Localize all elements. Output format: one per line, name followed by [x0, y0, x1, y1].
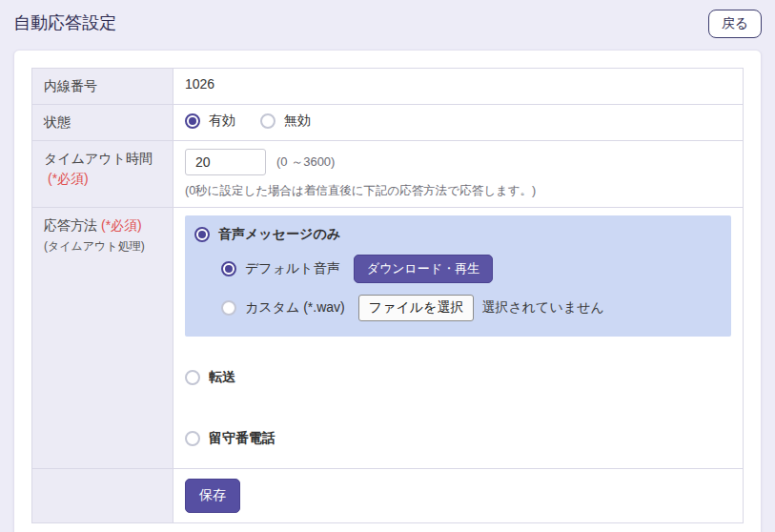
response-label: 応答方法(*必須) (タイムアウト処理)	[32, 208, 173, 469]
row-save: 保存	[32, 469, 744, 523]
response-required-mark: (*必須)	[101, 217, 142, 233]
download-play-button[interactable]: ダウンロード・再生	[354, 255, 494, 283]
settings-card: 内線番号 1026 状態 有効 無効	[13, 50, 762, 532]
status-disabled-label[interactable]: 無効	[284, 113, 311, 130]
timeout-input[interactable]	[185, 149, 266, 175]
timeout-required-mark: (*必須)	[48, 171, 89, 186]
save-row-empty-label	[32, 469, 173, 523]
radio-default-voice-icon[interactable]	[221, 261, 236, 276]
page-header: 自動応答設定 戻る	[13, 10, 762, 38]
default-voice-label[interactable]: デフォルト音声	[245, 260, 340, 277]
radio-disabled-icon[interactable]	[260, 113, 275, 129]
radio-transfer-icon[interactable]	[185, 370, 200, 385]
option-voice-only[interactable]: 音声メッセージのみ	[194, 226, 716, 243]
voice-only-label[interactable]: 音声メッセージのみ	[218, 226, 340, 243]
response-sublabel: (タイムアウト処理)	[44, 237, 161, 255]
save-button[interactable]: 保存	[185, 479, 240, 513]
file-status-text: 選択されていません	[481, 299, 603, 317]
voicemail-label[interactable]: 留守番電話	[209, 430, 275, 447]
custom-file-control: ファイルを選択 選択されていません	[358, 295, 604, 321]
row-extension: 内線番号 1026	[32, 69, 744, 105]
radio-voice-only-icon[interactable]	[194, 227, 210, 242]
status-enabled-label[interactable]: 有効	[209, 113, 235, 130]
option-default-voice[interactable]: デフォルト音声 ダウンロード・再生	[221, 255, 716, 283]
option-voicemail[interactable]: 留守番電話	[185, 430, 731, 447]
radio-voicemail-icon[interactable]	[185, 431, 200, 446]
status-option-enabled[interactable]: 有効	[185, 113, 235, 130]
response-label-text: 応答方法	[44, 217, 97, 233]
timeout-label-text: タイムアウト時間	[44, 151, 153, 166]
settings-table: 内線番号 1026 状態 有効 無効	[31, 68, 744, 523]
option-custom-audio[interactable]: カスタム (*.wav) ファイルを選択 選択されていません	[221, 295, 716, 321]
status-option-disabled[interactable]: 無効	[260, 113, 311, 130]
status-radio-group: 有効 無効	[185, 113, 731, 130]
file-select-button[interactable]: ファイルを選択	[358, 295, 475, 321]
timeout-range-hint: (0 ～3600)	[276, 153, 335, 171]
row-status: 状態 有効 無効	[32, 105, 744, 141]
option-transfer[interactable]: 転送	[185, 369, 731, 386]
transfer-label[interactable]: 転送	[209, 369, 235, 386]
back-button[interactable]: 戻る	[708, 10, 762, 38]
row-response-method: 応答方法(*必須) (タイムアウト処理) 音声メッセージのみ デフォルト音声 ダ…	[32, 208, 744, 469]
radio-enabled-icon[interactable]	[185, 113, 200, 129]
page-title: 自動応答設定	[13, 10, 116, 34]
radio-custom-icon[interactable]	[221, 300, 236, 316]
extension-value: 1026	[173, 69, 744, 105]
custom-audio-label[interactable]: カスタム (*.wav)	[245, 299, 345, 317]
voice-message-panel: 音声メッセージのみ デフォルト音声 ダウンロード・再生 カスタム (*.wav)…	[185, 215, 731, 337]
status-label: 状態	[32, 105, 173, 141]
row-timeout: タイムアウト時間(*必須) (0 ～3600) (0秒に設定した場合は着信直後に…	[32, 141, 744, 208]
timeout-label: タイムアウト時間(*必須)	[32, 141, 173, 208]
timeout-note: (0秒に設定した場合は着信直後に下記の応答方法で応答します。)	[185, 183, 731, 199]
extension-label: 内線番号	[32, 69, 173, 105]
